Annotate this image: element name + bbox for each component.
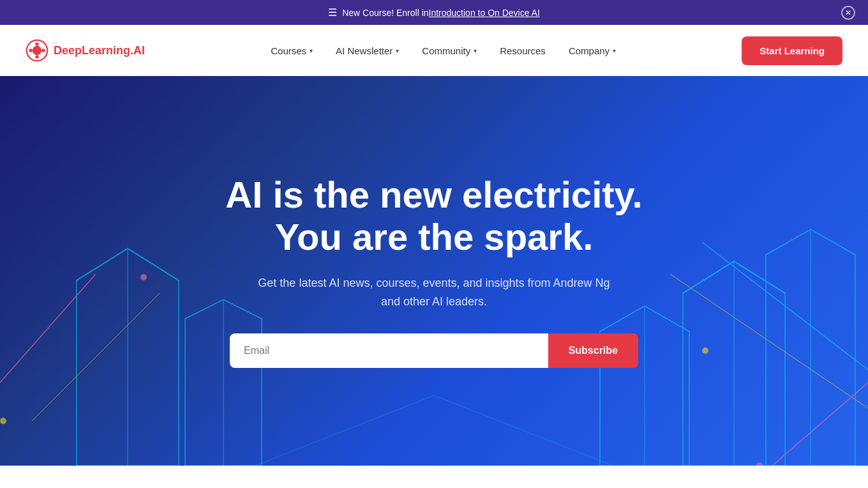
svg-line-30 [772, 383, 868, 466]
hero-section: AI is the new electricity. You are the s… [0, 76, 868, 466]
svg-point-5 [41, 49, 45, 52]
chevron-down-icon: ▾ [474, 47, 477, 54]
logo-text: DeepLearning.AI [54, 44, 145, 57]
nav-label-newsletter: AI Newsletter [336, 45, 393, 56]
svg-marker-26 [766, 229, 855, 466]
svg-line-17 [32, 293, 160, 421]
hero-subtitle: Get the latest AI news, courses, events,… [255, 274, 613, 311]
svg-marker-20 [683, 261, 785, 466]
svg-point-32 [756, 462, 763, 466]
svg-line-22 [683, 261, 734, 293]
start-learning-button[interactable]: Start Learning [742, 36, 842, 65]
announcement-link[interactable]: Introduction to On Device AI [429, 8, 540, 18]
announcement-prefix-text: New Course! Enroll in [342, 8, 428, 18]
nav-item-resources[interactable]: Resources [500, 45, 546, 56]
hero-title-line1: AI is the new electricity. [225, 174, 642, 215]
hero-title-line2: You are the spark. [275, 216, 594, 257]
svg-marker-10 [77, 248, 179, 466]
svg-point-4 [29, 49, 32, 52]
svg-line-13 [128, 248, 179, 280]
nav-label-community: Community [422, 45, 470, 56]
svg-point-3 [35, 55, 38, 58]
nav-item-newsletter[interactable]: AI Newsletter ▾ [336, 45, 399, 56]
svg-point-31 [702, 347, 708, 354]
email-input[interactable] [230, 333, 548, 368]
nav-item-courses[interactable]: Courses ▾ [271, 45, 313, 56]
announcement-bar: ☰ New Course! Enroll in Introduction to … [0, 0, 868, 25]
svg-point-19 [0, 418, 6, 424]
nav-label-company: Company [569, 45, 610, 56]
nav-item-company[interactable]: Company ▾ [569, 45, 616, 56]
chevron-down-icon: ▾ [310, 47, 313, 54]
svg-line-29 [670, 274, 868, 408]
chevron-down-icon: ▾ [396, 47, 399, 54]
hero-title: AI is the new electricity. You are the s… [225, 174, 642, 259]
navbar: DeepLearning.AI Courses ▾ AI Newsletter … [0, 25, 868, 76]
chevron-down-icon: ▾ [613, 47, 616, 54]
hero-content: AI is the new electricity. You are the s… [225, 174, 642, 369]
svg-line-34 [434, 395, 613, 466]
nav-item-community[interactable]: Community ▾ [422, 45, 477, 56]
svg-line-28 [702, 242, 868, 370]
logo-icon [26, 39, 49, 62]
close-announcement-button[interactable]: ✕ [841, 6, 855, 20]
announcement-bar-icon: ☰ [328, 6, 337, 19]
nav-links: Courses ▾ AI Newsletter ▾ Community ▾ Re… [271, 45, 616, 56]
svg-point-2 [35, 42, 38, 45]
nav-label-resources: Resources [500, 45, 546, 56]
hero-email-form: Subscribe [230, 333, 638, 368]
svg-point-18 [140, 274, 147, 280]
svg-line-16 [0, 274, 96, 383]
subscribe-button[interactable]: Subscribe [548, 333, 638, 368]
logo[interactable]: DeepLearning.AI [26, 39, 145, 62]
svg-line-23 [734, 261, 785, 293]
below-hero-section: Join over 7 million people learning [0, 466, 868, 488]
svg-line-12 [77, 248, 128, 280]
nav-label-courses: Courses [271, 45, 306, 56]
svg-line-33 [255, 395, 434, 466]
